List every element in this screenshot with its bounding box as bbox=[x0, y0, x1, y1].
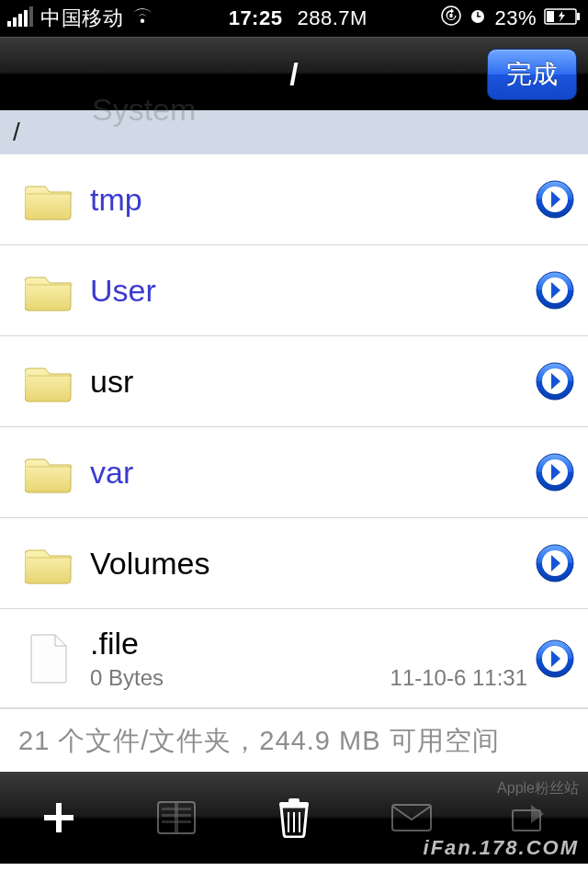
row-name: var bbox=[90, 455, 535, 491]
svg-rect-1 bbox=[450, 14, 453, 17]
file-list: tmp User usr var Volumes .file 0 Bytes 1… bbox=[0, 154, 588, 772]
row-name: User bbox=[90, 273, 535, 309]
add-button[interactable] bbox=[31, 790, 86, 845]
svg-rect-32 bbox=[392, 805, 431, 831]
file-size: 0 Bytes bbox=[90, 665, 164, 691]
carrier-label: 中国移动 bbox=[40, 5, 123, 32]
folder-row-tmp[interactable]: tmp bbox=[0, 154, 588, 245]
watermark-small: Apple粉丝站 bbox=[497, 779, 579, 798]
svg-rect-26 bbox=[162, 820, 191, 823]
row-name: usr bbox=[90, 364, 535, 400]
svg-rect-21 bbox=[44, 815, 74, 820]
battery-pct-label: 23% bbox=[494, 6, 537, 30]
folder-icon bbox=[25, 450, 74, 494]
svg-rect-23 bbox=[175, 802, 178, 833]
folder-row-var[interactable]: var bbox=[0, 427, 588, 518]
nav-title: / bbox=[289, 56, 298, 92]
disclosure-icon[interactable] bbox=[535, 639, 575, 679]
disclosure-icon[interactable] bbox=[535, 452, 575, 492]
svg-rect-6 bbox=[577, 13, 580, 20]
status-bar: 中国移动 17:25 288.7M 23% bbox=[0, 0, 588, 37]
memory-label: 288.7M bbox=[297, 6, 367, 30]
folder-icon bbox=[25, 268, 74, 312]
bottom-toolbar: Apple粉丝站 iFan.178.COM bbox=[0, 772, 588, 864]
folder-row-volumes[interactable]: Volumes bbox=[0, 518, 588, 609]
wifi-icon bbox=[130, 6, 154, 30]
svg-rect-3 bbox=[478, 12, 479, 17]
svg-rect-24 bbox=[162, 808, 191, 810]
row-name: .file bbox=[90, 626, 535, 662]
row-name: Volumes bbox=[90, 546, 535, 582]
file-row-dotfile[interactable]: .file 0 Bytes 11-10-6 11:31 bbox=[0, 609, 588, 708]
breadcrumb-path: / bbox=[13, 118, 20, 147]
file-icon bbox=[29, 633, 70, 684]
watermark-big: iFan.178.COM bbox=[424, 836, 579, 860]
disclosure-icon[interactable] bbox=[535, 270, 575, 311]
done-button[interactable]: 完成 bbox=[487, 49, 577, 100]
disclosure-icon[interactable] bbox=[535, 179, 575, 220]
clock-label: 17:25 bbox=[229, 6, 283, 30]
folder-icon bbox=[25, 177, 74, 221]
svg-rect-25 bbox=[162, 814, 191, 817]
svg-rect-4 bbox=[478, 16, 481, 17]
rotation-lock-icon bbox=[441, 6, 461, 31]
folder-summary: 21 个文件/文件夹，244.9 MB 可用空间 bbox=[0, 708, 588, 772]
disclosure-icon[interactable] bbox=[535, 361, 575, 401]
archive-button[interactable] bbox=[149, 790, 204, 845]
file-date: 11-10-6 11:31 bbox=[390, 665, 527, 691]
alarm-icon bbox=[469, 6, 487, 30]
trash-button[interactable] bbox=[266, 790, 322, 845]
signal-icon bbox=[7, 10, 33, 27]
navigation-bar: / 完成 bbox=[0, 37, 588, 110]
battery-icon bbox=[544, 6, 581, 30]
row-name: tmp bbox=[90, 182, 535, 218]
svg-rect-7 bbox=[547, 11, 554, 22]
folder-row-usr[interactable]: usr bbox=[0, 336, 588, 427]
disclosure-icon[interactable] bbox=[535, 543, 575, 583]
breadcrumb-bar[interactable]: System / bbox=[0, 110, 588, 154]
folder-icon bbox=[25, 359, 74, 403]
folder-row-user[interactable]: User bbox=[0, 245, 588, 336]
folder-icon bbox=[25, 541, 74, 585]
svg-rect-28 bbox=[288, 798, 300, 803]
